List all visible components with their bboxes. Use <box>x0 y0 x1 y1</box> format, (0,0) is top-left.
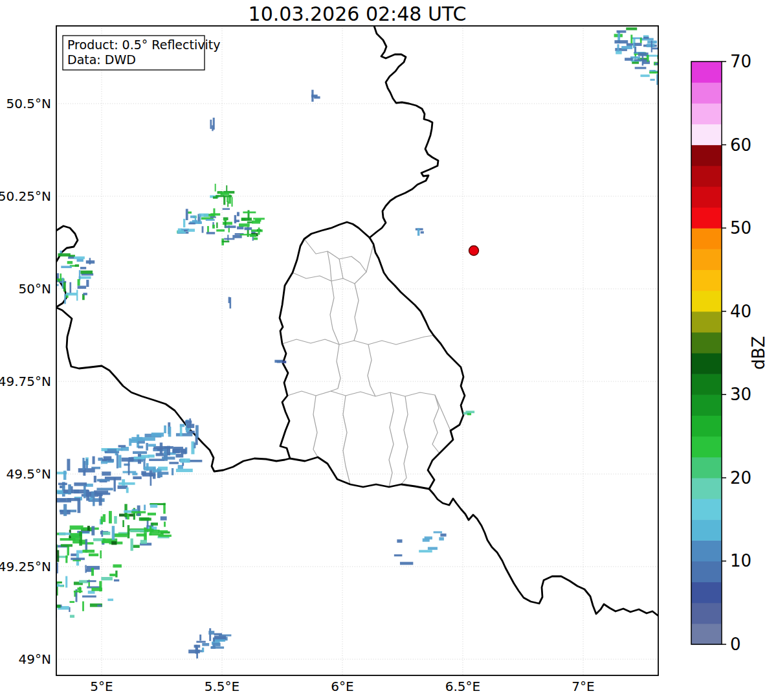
echo-streak <box>117 453 118 468</box>
echo-streak <box>175 454 183 458</box>
colorbar-band <box>691 394 722 416</box>
echo-streak <box>122 520 124 527</box>
echo-streak <box>77 531 89 534</box>
echo-streak <box>83 293 87 295</box>
echo-streak <box>419 550 432 552</box>
echo-streak <box>640 38 642 43</box>
echo-streak <box>157 473 162 477</box>
echo-streak <box>126 488 129 493</box>
echo-streak <box>172 468 173 475</box>
echo-streak <box>151 523 158 526</box>
colorbar-band <box>691 186 722 208</box>
echo-streak <box>202 226 204 232</box>
echo-streak <box>206 219 215 221</box>
colorbar-band <box>691 519 722 541</box>
echo-streak <box>100 550 102 558</box>
echo-streak <box>394 554 403 556</box>
echo-streak <box>243 212 256 214</box>
echo-streak <box>61 265 72 268</box>
echo-streak <box>186 209 188 220</box>
echo-streak <box>138 446 143 448</box>
echo-streak <box>103 532 111 535</box>
echo-streak <box>133 545 140 548</box>
colorbar-band <box>691 269 722 291</box>
echo-streak <box>78 286 86 289</box>
echo-streak <box>223 208 230 210</box>
echo-streak <box>215 184 216 192</box>
echo-streak <box>63 282 66 291</box>
echo-streak <box>282 361 286 363</box>
echo-streak <box>79 277 91 279</box>
echo-streak <box>96 488 113 490</box>
y-tick-label: 49.5°N <box>6 466 52 482</box>
echo-streak <box>212 125 213 131</box>
echo-streak <box>114 516 117 524</box>
echo-streak <box>232 235 241 238</box>
colorbar-band <box>691 62 722 83</box>
echo-streak <box>91 526 94 535</box>
echo-streak <box>137 534 146 537</box>
echo-streak <box>617 30 627 33</box>
echo-streak <box>78 499 81 514</box>
echo-streak <box>130 530 144 532</box>
colorbar-band <box>691 291 722 312</box>
echo-streak <box>76 550 83 554</box>
echo-streak <box>133 477 141 479</box>
echo-streak <box>187 424 195 428</box>
echo-streak <box>127 514 129 519</box>
echo-streak <box>214 633 223 635</box>
echo-streak <box>210 213 220 216</box>
echo-streak <box>122 479 125 486</box>
echo-streak <box>634 59 647 61</box>
echo-streak <box>48 619 55 622</box>
echo-streak <box>148 455 155 458</box>
annotation-data-line: Data: DWD <box>67 52 136 67</box>
echo-streak <box>131 437 142 441</box>
echo-streak <box>158 535 171 537</box>
colorbar-band <box>691 603 722 624</box>
echo-streak <box>78 279 80 286</box>
echo-streak <box>63 504 67 515</box>
echo-streak <box>69 282 71 294</box>
colorbar-tick-label: 60 <box>730 135 751 155</box>
echo-streak <box>101 516 103 524</box>
colorbar-band <box>691 332 722 354</box>
colorbar-band <box>691 103 722 124</box>
echo-streak <box>660 85 661 93</box>
echo-streak <box>67 459 70 471</box>
colorbar-tick-label: 50 <box>730 218 751 238</box>
echo-streak <box>75 264 79 267</box>
echo-streak <box>216 229 225 231</box>
echo-streak <box>157 449 162 451</box>
echo-streak <box>194 442 195 448</box>
y-tick-label: 50°N <box>19 281 51 297</box>
echo-streak <box>658 56 671 59</box>
echo-streak <box>94 476 96 482</box>
colorbar-band <box>691 353 722 374</box>
echo-streak <box>87 580 96 582</box>
echo-streak <box>82 458 84 470</box>
colorbar-band <box>691 540 722 561</box>
echo-streak <box>425 536 432 539</box>
echo-streak <box>81 271 93 274</box>
echo-streak <box>89 554 98 556</box>
echo-streak <box>234 215 236 223</box>
colorbar-band <box>691 207 722 229</box>
echo-streak <box>140 540 147 544</box>
echo-streak <box>67 261 72 264</box>
echo-streak <box>131 539 133 551</box>
marker-layer <box>469 246 479 256</box>
echo-streak <box>63 490 79 493</box>
echo-streak <box>74 591 83 593</box>
echo-streak <box>53 624 56 635</box>
colorbar: 010203040506070 dBZ <box>691 52 768 654</box>
echo-streak <box>86 280 89 287</box>
echo-streak <box>617 44 619 51</box>
echo-streak <box>112 526 115 540</box>
echo-streak <box>417 228 419 236</box>
echo-streak <box>168 427 172 437</box>
echo-streak <box>207 226 209 233</box>
echo-streak <box>99 581 102 591</box>
annotation-product-line: Product: 0.5° Reflectivity <box>67 38 220 52</box>
echo-streak <box>101 577 113 580</box>
